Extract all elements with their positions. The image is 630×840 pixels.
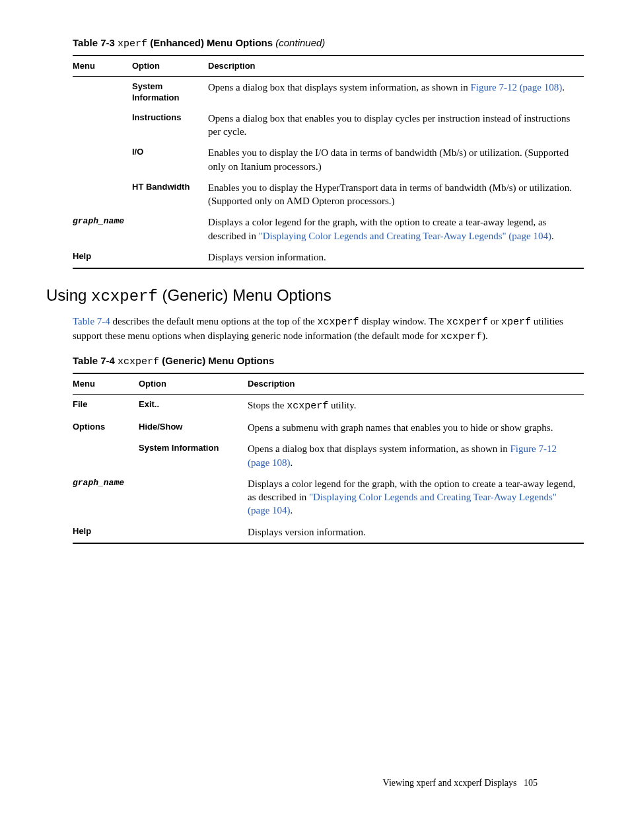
description-cell: Opens a submenu with graph names that en… — [248, 417, 584, 438]
table-row: System Information Opens a dialog box th… — [73, 438, 584, 473]
caption-rest: (Generic) Menu Options — [159, 355, 274, 366]
description-cell: Opens a dialog box that enables you to d… — [208, 108, 584, 143]
header-option: Option — [139, 373, 248, 394]
menu-options: Options — [73, 417, 139, 438]
caption-label: Table 7-4 — [73, 355, 115, 366]
description-cell: Displays a color legend for the graph, w… — [208, 211, 584, 247]
table-7-3: Menu Option Description System Informati… — [73, 55, 584, 269]
page-footer: Viewing xperf and xcxperf Displays 105 — [383, 777, 538, 790]
menu-graph-name: graph_name — [73, 211, 132, 247]
link-color-legends[interactable]: "Displaying Color Legends and Creating T… — [259, 231, 551, 241]
table-row: Instructions Opens a dialog box that ena… — [73, 108, 584, 143]
table-row: Options Hide/Show Opens a submenu with g… — [73, 417, 584, 438]
table-header-row: Menu Option Description — [73, 56, 584, 76]
table-row: Help Displays version information. — [73, 521, 584, 543]
link-figure-7-12[interactable]: Figure 7-12 (page 108) — [470, 82, 562, 93]
table-row: File Exit.. Stops the xcxperf utility. — [73, 394, 584, 417]
header-description: Description — [208, 56, 584, 76]
table-row: System Information Opens a dialog box th… — [73, 76, 584, 108]
option-hide-show: Hide/Show — [139, 417, 248, 438]
table-row: I/O Enables you to display the I/O data … — [73, 142, 584, 177]
header-menu: Menu — [73, 56, 132, 76]
table-7-4: Menu Option Description File Exit.. Stop… — [73, 373, 584, 544]
footer-text: Viewing xperf and xcxperf Displays — [383, 778, 517, 788]
table-7-4-caption: Table 7-4 xcxperf (Generic) Menu Options — [73, 354, 584, 369]
caption-code: xperf — [118, 38, 147, 50]
description-cell: Opens a dialog box that displays system … — [208, 76, 584, 108]
menu-file: File — [73, 394, 139, 417]
description-cell: Enables you to display the HyperTranspor… — [208, 177, 584, 212]
description-cell: Displays version information. — [248, 521, 584, 543]
caption-code: xcxperf — [118, 356, 159, 367]
table-row: Help Displays version information. — [73, 247, 584, 268]
option-io: I/O — [132, 142, 208, 177]
option-system-information: System Information — [132, 76, 208, 108]
header-description: Description — [248, 373, 584, 394]
table-row: HT Bandwidth Enables you to display the … — [73, 177, 584, 212]
option-system-information: System Information — [139, 438, 248, 473]
section-heading-xcxperf-generic: Using xcxperf (Generic) Menu Options — [46, 285, 584, 307]
table-row: graph_name Displays a color legend for t… — [73, 473, 584, 521]
caption-label: Table 7-3 — [73, 37, 115, 48]
menu-help: Help — [73, 247, 132, 268]
description-cell: Stops the xcxperf utility. — [248, 394, 584, 417]
option-exit: Exit.. — [139, 394, 248, 417]
menu-help: Help — [73, 521, 139, 543]
table-header-row: Menu Option Description — [73, 373, 584, 394]
page-number: 105 — [524, 778, 538, 788]
description-cell: Opens a dialog box that displays system … — [248, 438, 584, 473]
description-cell: Displays version information. — [208, 247, 584, 268]
option-instructions: Instructions — [132, 108, 208, 143]
menu-graph-name: graph_name — [73, 473, 139, 521]
table-row: graph_name Displays a color legend for t… — [73, 211, 584, 247]
description-cell: Enables you to display the I/O data in t… — [208, 142, 584, 177]
description-cell: Displays a color legend for the graph, w… — [248, 473, 584, 521]
link-table-7-4[interactable]: Table 7-4 — [73, 316, 110, 326]
section-paragraph: Table 7-4 describes the default menu opt… — [73, 315, 584, 344]
header-option: Option — [132, 56, 208, 76]
option-ht-bandwidth: HT Bandwidth — [132, 177, 208, 212]
header-menu: Menu — [73, 373, 139, 394]
caption-rest: (Enhanced) Menu Options — [147, 37, 275, 48]
table-7-3-caption: Table 7-3 xperf (Enhanced) Menu Options … — [73, 36, 584, 51]
caption-continued: (continued) — [275, 37, 325, 48]
